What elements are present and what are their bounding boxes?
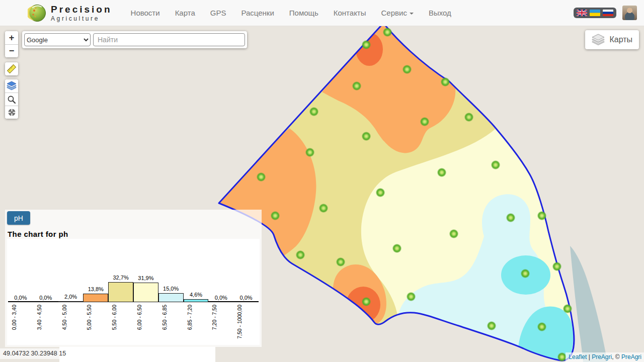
histogram-bar [184,299,209,302]
geocoder-bar: Google [22,31,247,48]
zoom-control: + − [5,31,18,57]
histogram-bar [158,293,184,302]
sample-point-marker[interactable] [383,28,392,37]
sample-point-marker[interactable] [362,132,371,141]
brand-text: Precision Agriculture [51,5,112,22]
ruler-icon [7,64,17,74]
sample-point-marker[interactable] [563,304,572,313]
sample-point-marker[interactable] [257,172,266,182]
nav-item-gps[interactable]: GPS [203,1,234,25]
sample-point-marker[interactable] [362,40,371,49]
x-axis-tick-label: 5,00 - 5,50 [92,305,99,344]
unloaded-tile [59,347,215,362]
sample-point-marker[interactable] [319,204,328,213]
sample-point-marker[interactable] [487,321,496,330]
sample-point-marker[interactable] [552,262,561,271]
sample-point-marker[interactable] [464,113,473,122]
x-axis-tick-label: 0,00 - 3,40 [17,305,24,344]
sample-point-marker[interactable] [296,250,305,259]
sample-point-marker[interactable] [537,322,546,331]
bar-value-label: 0,0% [208,295,233,301]
sample-point-marker[interactable] [537,211,546,220]
x-axis-tick-label: 7,50 - 1000,00 [243,305,250,344]
histogram-bar [58,301,84,302]
sample-point-marker[interactable] [352,81,361,90]
bar-value-label: 0,0% [233,295,259,301]
bar-value-label: 0,0% [33,295,58,301]
user-avatar[interactable] [622,6,637,20]
basemap-select[interactable]: Google [24,33,91,46]
nav-item-map[interactable]: Карта [168,1,203,25]
ukraine-flag-icon[interactable] [590,10,600,16]
measure-button[interactable] [5,62,18,75]
maps-button-label: Карты [609,35,632,44]
x-axis-tick-label: 3,40 - 4,50 [42,305,49,344]
nav-item-help[interactable]: Помощь [282,1,326,25]
attribution-separator: | [587,353,592,360]
map-canvas[interactable]: + − [0,26,644,362]
bar-value-label: 32,7% [108,275,133,281]
x-axis-tick-label: 7,20 - 7,50 [217,305,224,344]
nav-right [574,6,637,20]
navbar: Precision Agriculture НовостиКартаGPSРас… [0,0,644,26]
locate-tool-button[interactable] [5,106,18,119]
layers-icon [7,81,17,91]
nav-item-contacts[interactable]: Контакты [326,1,374,25]
brand-name-line1: Precision [51,5,112,14]
sample-point-marker[interactable] [309,107,318,116]
magnifier-icon [7,95,16,104]
bar-value-label: 4,6% [184,292,209,298]
tab-ph[interactable]: pH [7,211,30,225]
preagri-copyright-link[interactable]: PreAgri [621,353,641,360]
map-attribution: Leaflet | PreAgri, © PreAgri [566,352,644,362]
search-input[interactable] [93,33,245,46]
sample-point-marker[interactable] [441,77,450,86]
chart-panel: pH The chart for ph 0,0%0,00 - 3,400,0%3… [5,210,262,347]
sample-point-marker[interactable] [521,269,530,278]
bar-value-label: 2,0% [58,294,84,300]
main-nav: НовостиКартаGPSРасценкиПомощьКонтактыСер… [123,1,459,25]
nav-item-news[interactable]: Новости [123,1,168,25]
sample-point-marker[interactable] [506,213,515,222]
sample-point-marker[interactable] [392,244,401,253]
layers-tool-button[interactable] [5,79,18,93]
sample-point-marker[interactable] [420,117,429,126]
sample-point-marker[interactable] [491,160,500,169]
chart-title: The chart for ph [8,230,68,238]
bar-value-label: 13,8% [83,286,108,292]
bar-value-label: 15,0% [158,286,184,292]
zoom-in-button[interactable]: + [5,31,18,44]
nav-item-service[interactable]: Сервис [374,1,421,25]
sample-point-marker[interactable] [336,257,345,266]
sample-point-marker[interactable] [557,352,567,361]
zoom-out-button[interactable]: − [5,44,18,57]
sample-point-marker[interactable] [449,229,458,238]
leaflet-link[interactable]: Leaflet [569,353,587,360]
tools-control [5,79,18,119]
russia-flag-icon[interactable] [603,10,613,16]
preagri-link[interactable]: PreAgri [592,353,612,360]
x-axis-tick-label: 5,50 - 6,00 [117,305,124,344]
measure-control [5,62,18,75]
uk-flag-icon[interactable] [577,10,587,16]
nav-item-pricing[interactable]: Расценки [233,1,281,25]
sample-point-marker[interactable] [362,297,371,306]
x-axis-tick-label: 6,85 - 7,20 [193,305,200,344]
nav-item-logout[interactable]: Выход [421,1,459,25]
sample-point-marker[interactable] [403,65,412,74]
maps-layers-button[interactable]: Карты [585,30,639,49]
sample-point-marker[interactable] [437,168,446,177]
language-switcher [574,8,616,18]
sample-point-marker[interactable] [271,211,280,220]
search-tool-button[interactable] [5,93,18,106]
histogram-bar [108,282,133,302]
histogram-bar [133,283,158,302]
sample-point-marker[interactable] [305,148,314,157]
brand-logo-icon [28,4,47,23]
sample-point-marker[interactable] [407,292,416,301]
bar-value-label: 0,0% [8,295,33,301]
x-axis-tick-label: 4,50 - 5,00 [67,305,74,344]
sample-point-marker[interactable] [376,188,385,197]
attribution-copy: , © [612,353,621,360]
chevron-down-icon [410,13,414,15]
